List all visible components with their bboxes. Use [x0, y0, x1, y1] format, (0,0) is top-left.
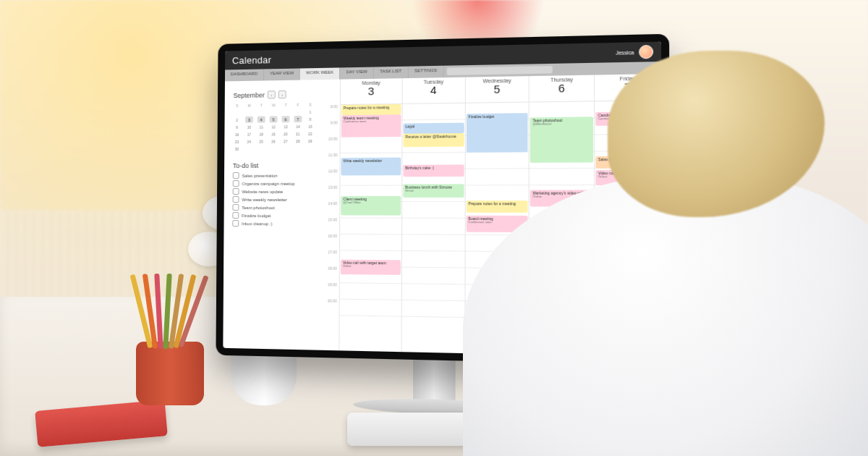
todo-label: Write weekly newsletter — [242, 197, 286, 201]
hour-label: 14:00 — [323, 201, 339, 217]
mini-day-cell[interactable]: 18 — [258, 131, 265, 138]
mini-day-cell[interactable]: 3 — [245, 117, 253, 123]
prev-month-button[interactable]: ‹ — [268, 90, 276, 98]
mini-day-header: S — [307, 101, 315, 107]
mini-day-cell[interactable]: 30 — [233, 145, 241, 152]
calendar-event[interactable]: Prepare notes for a meeting — [341, 104, 401, 115]
checkbox-icon[interactable] — [232, 212, 239, 219]
hour-label: 17:00 — [323, 250, 339, 266]
mini-day-cell[interactable] — [270, 109, 278, 115]
month-label: September — [234, 91, 265, 99]
hour-label: 19:00 — [323, 282, 339, 299]
todo-item[interactable]: Write weekly newsletter — [233, 196, 318, 203]
mini-day-cell[interactable] — [269, 145, 277, 151]
mini-day-cell[interactable]: 9 — [233, 124, 241, 130]
mini-day-cell[interactable] — [294, 109, 302, 115]
mini-day-cell[interactable] — [245, 145, 253, 152]
mini-day-cell[interactable]: 21 — [294, 130, 302, 137]
checkbox-icon[interactable] — [232, 204, 239, 211]
mini-day-cell[interactable]: 7 — [294, 116, 302, 122]
calendar-event[interactable]: Video call with target teamOnline — [341, 260, 401, 275]
mini-day-cell[interactable]: 26 — [269, 138, 277, 144]
checkbox-icon[interactable] — [233, 180, 239, 187]
mini-day-cell[interactable]: 10 — [245, 124, 253, 130]
mini-calendar[interactable]: SMTWTFS123456789101112131415161718192021… — [233, 101, 318, 152]
calendar-event[interactable]: Write weekly newsletter — [341, 158, 401, 176]
tab-task-list[interactable]: TASK LIST — [374, 67, 409, 79]
checkbox-icon[interactable] — [232, 220, 239, 227]
todo-item[interactable]: Inbox cleanup :) — [232, 220, 318, 227]
hour-label: 20:00 — [323, 298, 339, 315]
todo-item[interactable]: Organize campaign meetup — [233, 180, 318, 187]
hour-label: 13:00 — [323, 185, 339, 201]
hour-label: 10:00 — [323, 137, 339, 153]
next-month-button[interactable]: › — [278, 90, 286, 98]
mini-day-cell[interactable]: 1 — [306, 109, 314, 115]
todo-label: Organize campaign meetup — [242, 181, 294, 185]
day-column[interactable]: Monday3Prepare notes for a meetingWeekly… — [339, 78, 402, 352]
todo-list: Sales presentationOrganize campaign meet… — [232, 172, 318, 227]
hour-gutter: 8:009:0010:0011:0012:0013:0014:0015:0016… — [323, 80, 340, 351]
mini-day-cell[interactable] — [306, 145, 314, 151]
mini-day-cell[interactable]: 13 — [281, 123, 289, 130]
mini-day-cell[interactable] — [258, 109, 265, 115]
mini-day-cell[interactable]: 5 — [270, 116, 278, 122]
tab-day-view[interactable]: DAY VIEW — [340, 67, 374, 80]
app-title: Calendar — [232, 54, 271, 66]
todo-item[interactable]: Website news update — [233, 188, 318, 195]
mini-day-header: M — [245, 102, 253, 109]
mini-day-cell[interactable] — [282, 109, 290, 115]
hour-label: 8:00 — [324, 104, 340, 121]
mini-day-cell[interactable]: 2 — [233, 117, 241, 123]
todo-item[interactable]: Finalize budget — [232, 212, 317, 219]
mini-day-cell[interactable]: 4 — [258, 116, 265, 122]
tab-work-week[interactable]: WORK WEEK — [300, 67, 340, 80]
mini-day-cell[interactable] — [258, 145, 265, 152]
mini-day-header: T — [258, 101, 265, 108]
mini-day-cell[interactable]: 11 — [258, 124, 265, 130]
todo-item[interactable]: Sales presentation — [233, 172, 318, 179]
hour-label: 9:00 — [323, 120, 339, 137]
todo-label: Inbox cleanup :) — [242, 221, 272, 226]
person — [448, 22, 868, 456]
mini-day-cell[interactable] — [294, 145, 302, 151]
todo-label: Finalize budget — [242, 214, 271, 218]
mini-day-cell[interactable]: 25 — [258, 138, 265, 145]
calendar-event[interactable]: Client meeting@Cool Office — [341, 196, 401, 216]
checkbox-icon[interactable] — [233, 196, 239, 203]
mini-day-cell[interactable]: 24 — [245, 138, 253, 145]
mini-day-cell[interactable]: 15 — [306, 123, 314, 130]
tab-settings[interactable]: SETTINGS — [409, 66, 444, 78]
mini-day-cell[interactable]: 29 — [306, 138, 314, 144]
mini-day-cell[interactable]: 19 — [269, 130, 277, 137]
mini-day-cell[interactable] — [233, 109, 241, 116]
mini-day-header: T — [282, 101, 290, 108]
todo-item[interactable]: Team photoshoot — [232, 204, 317, 211]
checkbox-icon[interactable] — [233, 188, 239, 195]
tab-dashboard[interactable]: DASHBOARD — [225, 69, 264, 81]
hour-label: 11:00 — [323, 153, 339, 169]
hour-label: 18:00 — [323, 266, 339, 283]
todo-label: Website news update — [242, 189, 283, 193]
mini-day-cell[interactable]: 17 — [245, 131, 253, 138]
sidebar: September ‹ › SMTWTFS1234567891011121314… — [223, 80, 323, 350]
mini-day-cell[interactable]: 8 — [306, 116, 314, 122]
calendar-event[interactable]: Weekly team meetingConference room — [341, 114, 401, 137]
mini-day-cell[interactable]: 27 — [281, 138, 289, 144]
mini-day-cell[interactable]: 14 — [294, 123, 302, 130]
mini-day-header: W — [270, 101, 278, 108]
mini-day-cell[interactable] — [281, 145, 289, 151]
mini-day-header: F — [294, 101, 302, 108]
mini-day-cell[interactable]: 23 — [233, 138, 241, 145]
mini-day-cell[interactable]: 28 — [294, 138, 302, 144]
mini-day-cell[interactable]: 16 — [233, 131, 241, 138]
tab-year-view[interactable]: YEAR VIEW — [264, 68, 300, 80]
checkbox-icon[interactable] — [233, 172, 239, 179]
mini-day-cell[interactable]: 22 — [306, 130, 314, 137]
mini-day-cell[interactable] — [245, 109, 253, 116]
mini-day-cell[interactable]: 6 — [281, 116, 289, 122]
mini-day-cell[interactable]: 20 — [281, 130, 289, 137]
day-slots[interactable]: Prepare notes for a meetingWeekly team m… — [340, 104, 402, 317]
hour-label: 16:00 — [323, 234, 339, 250]
mini-day-cell[interactable]: 12 — [270, 123, 278, 130]
